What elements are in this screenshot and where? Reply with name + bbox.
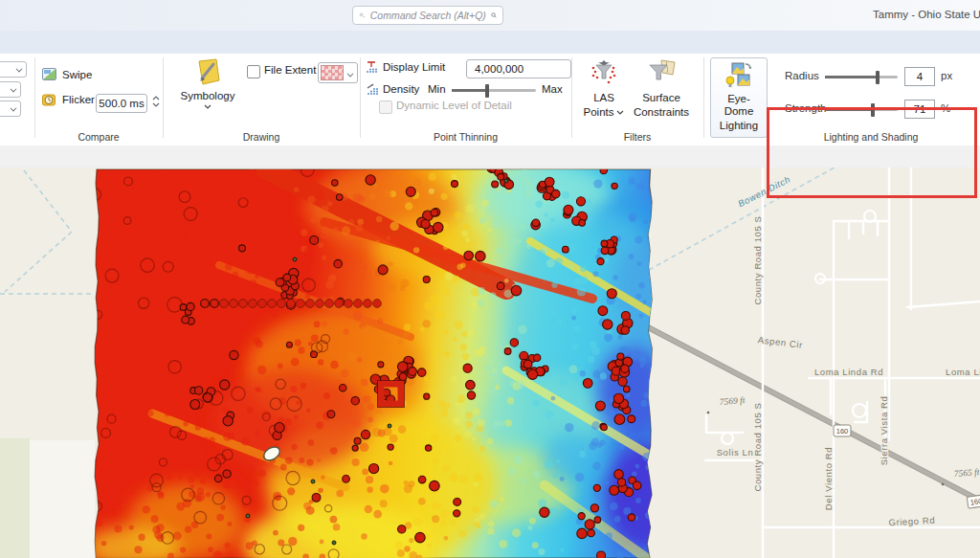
raster-speckle [117,387,123,393]
raster-speckle [139,343,145,348]
las-point-dot [361,430,369,438]
raster-speckle [368,417,373,423]
density-slider[interactable] [452,89,536,92]
raster-speckle [314,321,321,327]
flicker-interval-spinner[interactable]: 500.0 ms [96,94,147,113]
raster-speckle [298,346,304,353]
las-point-dot [352,445,358,451]
raster-speckle [489,500,498,508]
raster-speckle [180,547,186,552]
raster-speckle [322,206,329,213]
raster-speckle [285,458,292,464]
raster-speckle [618,334,623,339]
surface-constraints-button[interactable]: Surface Constraints [630,59,693,119]
raster-speckle [124,274,131,280]
raster-speckle [111,509,117,515]
las-point-cluster-dot [182,316,189,324]
command-search-input[interactable]: Command Search (Alt+Q) [352,6,503,25]
display-limit-input[interactable]: 4,000,000 [466,59,571,78]
raster-speckle [140,400,145,405]
raster-speckle [258,469,266,477]
raster-speckle [544,270,549,276]
raster-speckle [377,318,383,324]
radius-slider-handle[interactable] [876,71,880,84]
las-point-dot [332,180,338,186]
las-point-cluster-dot [597,258,604,265]
las-point-cluster-dot [434,222,443,232]
group-divider [571,57,572,138]
map-view[interactable]: 1601607569 ft7565 ftBowen DitchCounty Ro… [0,167,980,558]
raster-speckle [180,233,187,239]
raster-speckle [455,212,461,218]
density-slider-handle[interactable] [485,84,489,98]
las-point-cluster-dot [498,173,504,180]
raster-speckle [185,526,191,533]
las-points-filter-button[interactable]: LAS Points [580,59,628,119]
raster-speckle [135,278,142,284]
raster-speckle [127,426,135,434]
radius-slider[interactable] [825,76,898,78]
raster-speckle [210,179,218,188]
las-point-cluster-dot [578,513,585,520]
spinner-up-icon[interactable] [152,96,160,100]
raster-speckle [294,339,301,346]
raster-speckle [454,321,462,329]
raster-speckle [592,462,601,471]
raster-speckle [269,188,277,195]
las-point-dot [327,411,335,418]
raster-speckle [134,546,142,553]
raster-speckle [433,458,439,465]
surface-constraints-label-1: Surface [642,92,680,104]
layer-combo-2[interactable] [0,81,21,98]
surface-constraints-icon [646,59,677,90]
las-point-cluster-dot [601,240,608,247]
raster-speckle [499,420,504,426]
las-point-dot [399,373,407,381]
radius-value-input[interactable]: 4 [904,67,935,86]
raster-speckle [454,337,457,341]
las-point-cluster-dot [613,393,623,403]
raster-speckle [527,525,532,530]
raster-speckle [431,434,439,442]
raster-speckle [461,331,467,337]
las-point-cluster-dot [417,368,426,377]
raster-speckle [397,549,405,557]
raster-speckle [367,487,372,493]
raster-green-dot [246,514,250,518]
layer-combo-3[interactable] [0,100,21,117]
raster-speckle [265,210,273,217]
raster-speckle [432,515,439,523]
flicker-button[interactable]: Flicker [42,93,95,106]
raster-speckle [218,371,223,376]
eye-dome-lighting-toggle[interactable]: Eye-Dome Lighting [710,57,768,138]
raster-speckle [449,472,458,481]
layer-combo-1[interactable] [0,61,27,78]
signed-in-user[interactable]: Tammy - Ohio State Un [873,9,980,20]
raster-speckle [256,206,262,212]
filters-group-title: Filters [571,131,703,143]
search-icon[interactable] [491,10,497,21]
spinner-arrows[interactable] [152,96,160,107]
spinner-down-icon[interactable] [152,102,160,107]
raster-speckle [502,190,508,195]
raster-speckle [614,516,621,523]
raster-speckle [224,480,232,488]
swipe-button[interactable]: Swipe [42,68,92,80]
raster-speckle [249,168,256,175]
strength-value-input[interactable]: 71 [904,100,935,119]
strength-slider-handle[interactable] [871,103,875,117]
raster-green-dot [332,541,336,545]
file-extent-color-picker[interactable] [318,62,358,83]
las-point-dot [563,246,569,253]
raster-speckle [360,443,368,452]
raster-speckle [546,259,555,268]
raster-speckle [398,425,406,433]
raster-speckle [297,217,301,222]
file-extent-checkbox[interactable] [247,65,260,78]
display-limit-icon [366,60,380,74]
symbology-button[interactable]: Symbology [178,57,237,109]
raster-speckle [276,261,280,266]
strength-slider[interactable] [825,108,898,111]
raster-speckle [489,292,497,300]
las-point-dot [476,251,486,261]
